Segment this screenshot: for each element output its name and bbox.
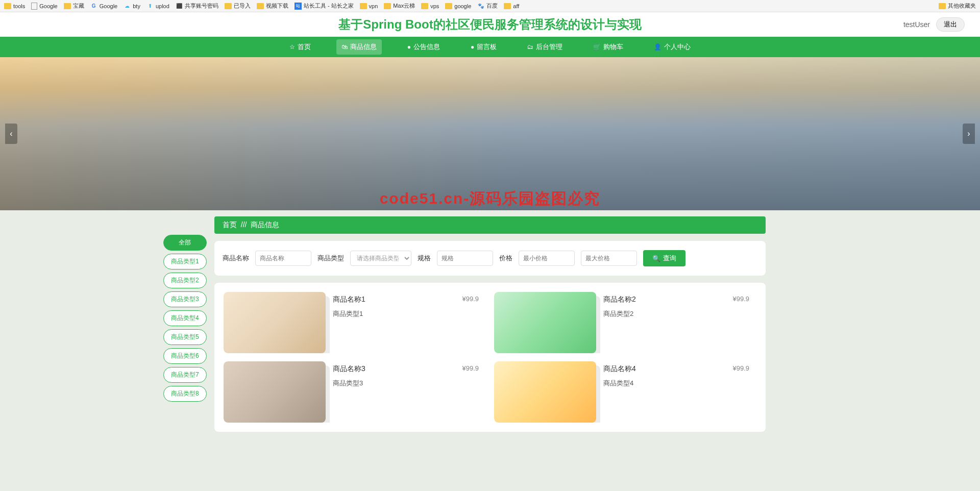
bookmark-item[interactable]: GGoogle bbox=[90, 3, 117, 10]
category-sidebar: 全部 商品类型1商品类型2商品类型3商品类型4商品类型5商品类型6商品类型7商品… bbox=[163, 235, 207, 402]
bookmark-item[interactable]: Max云梯 bbox=[384, 2, 415, 10]
breadcrumb: 首页 /// 商品信息 bbox=[214, 216, 766, 234]
category-item[interactable]: 商品类型1 bbox=[163, 254, 207, 269]
search-button[interactable]: 🔍 查询 bbox=[643, 250, 685, 266]
cloud-icon: ☁ bbox=[124, 3, 131, 10]
search-button-label: 查询 bbox=[663, 254, 676, 263]
bookmark-item[interactable]: vps bbox=[421, 3, 439, 9]
user-area: testUser 退出 bbox=[903, 17, 965, 32]
breadcrumb-current: 商品信息 bbox=[251, 220, 279, 229]
folder-icon bbox=[504, 3, 511, 9]
site-header: 基于Spring Boot的社区便民服务管理系统的设计与实现 testUser … bbox=[0, 12, 980, 37]
bookmark-label: 视频下载 bbox=[266, 2, 288, 10]
nav-item[interactable]: ●公告信息 bbox=[402, 39, 445, 55]
bookmark-item[interactable]: aff bbox=[504, 3, 519, 9]
product-name: 商品名称2 bbox=[603, 295, 751, 304]
filter-price-label: 价格 bbox=[499, 254, 512, 263]
nav-item[interactable]: 🛒购物车 bbox=[588, 39, 628, 55]
bookmark-item[interactable]: vpn bbox=[360, 3, 378, 9]
bookmark-item[interactable]: 视频下载 bbox=[257, 2, 288, 10]
bookmark-label: 其他收藏夹 bbox=[948, 2, 976, 10]
nav-label: 留言板 bbox=[477, 42, 497, 52]
nav-icon: ● bbox=[471, 43, 474, 51]
product-area: 商品名称1商品类型1¥99.9商品名称2商品类型2¥99.9商品名称3商品类型3… bbox=[214, 283, 766, 432]
filter-name-label: 商品名称 bbox=[223, 254, 249, 263]
nav-icon: ☆ bbox=[289, 43, 295, 51]
folder-icon bbox=[445, 3, 452, 9]
product-info: 商品名称1商品类型1¥99.9 bbox=[333, 292, 486, 353]
filter-spec-label: 规格 bbox=[418, 254, 431, 263]
product-name: 商品名称1 bbox=[333, 295, 481, 304]
product-card[interactable]: 商品名称2商品类型2¥99.9 bbox=[494, 292, 756, 353]
category-item[interactable]: 商品类型5 bbox=[163, 329, 207, 345]
product-type: 商品类型1 bbox=[333, 309, 481, 318]
content: 首页 /// 商品信息 全部 商品类型1商品类型2商品类型3商品类型4商品类型5… bbox=[214, 210, 766, 432]
filter-type-label: 商品类型 bbox=[317, 254, 344, 263]
carousel-next-button[interactable]: › bbox=[963, 124, 975, 144]
bookmark-label: 宝藏 bbox=[73, 2, 84, 10]
breadcrumb-home[interactable]: 首页 bbox=[223, 220, 237, 229]
product-image bbox=[494, 292, 596, 353]
product-card[interactable]: 商品名称4商品类型4¥99.9 bbox=[494, 361, 756, 423]
category-item[interactable]: 商品类型8 bbox=[163, 386, 207, 402]
category-item[interactable]: 商品类型3 bbox=[163, 291, 207, 307]
bookmark-item[interactable]: Google bbox=[31, 3, 57, 10]
filter-maxprice-input[interactable] bbox=[581, 251, 637, 266]
bookmark-label: Google bbox=[39, 3, 57, 9]
filter-name-input[interactable] bbox=[255, 251, 311, 266]
bookmark-label: 百度 bbox=[486, 2, 498, 10]
nav-label: 后台管理 bbox=[536, 42, 562, 52]
nav-item[interactable]: 🗂后台管理 bbox=[522, 39, 568, 55]
folder-icon bbox=[64, 3, 71, 9]
bookmark-item[interactable]: 🐾百度 bbox=[477, 2, 498, 10]
category-item[interactable]: 商品类型6 bbox=[163, 348, 207, 364]
carousel-prev-button[interactable]: ‹ bbox=[5, 124, 17, 144]
bookmark-item[interactable]: 站站长工具 - 站长之家 bbox=[295, 2, 354, 10]
share-icon: ⬛ bbox=[176, 3, 183, 10]
folder-icon bbox=[225, 3, 232, 9]
category-item[interactable]: 商品类型4 bbox=[163, 310, 207, 326]
product-card[interactable]: 商品名称1商品类型1¥99.9 bbox=[224, 292, 486, 353]
bookmark-item[interactable]: ⬆uplod bbox=[146, 3, 169, 10]
bookmark-label: vpn bbox=[369, 3, 378, 9]
product-grid: 商品名称1商品类型1¥99.9商品名称2商品类型2¥99.9商品名称3商品类型3… bbox=[224, 292, 756, 423]
bookmark-label: vps bbox=[430, 3, 439, 9]
nav-item[interactable]: ☆首页 bbox=[284, 39, 316, 55]
bookmark-label: Google bbox=[100, 3, 117, 9]
upload-icon: ⬆ bbox=[146, 3, 154, 10]
bookmark-label: 共享账号密码 bbox=[185, 2, 218, 10]
bookmark-item[interactable]: ☁bty bbox=[124, 3, 140, 10]
nav-item[interactable]: 🛍商品信息 bbox=[336, 39, 382, 55]
category-item[interactable]: 商品类型7 bbox=[163, 367, 207, 383]
nav-icon: ● bbox=[407, 43, 411, 51]
folder-icon bbox=[384, 3, 391, 9]
breadcrumb-sep: /// bbox=[241, 220, 247, 229]
baidu-icon: 🐾 bbox=[477, 3, 484, 10]
filter-spec-input[interactable] bbox=[437, 251, 493, 266]
bookmark-item[interactable]: 宝藏 bbox=[64, 2, 84, 10]
nav-icon: 👤 bbox=[654, 43, 662, 51]
product-info: 商品名称2商品类型2¥99.9 bbox=[603, 292, 756, 353]
bookmark-label: tools bbox=[13, 3, 25, 9]
nav-label: 公告信息 bbox=[413, 42, 440, 52]
category-item[interactable]: 商品类型2 bbox=[163, 273, 207, 288]
filter-minprice-input[interactable] bbox=[519, 251, 575, 266]
bookmark-item[interactable]: tools bbox=[4, 3, 25, 9]
filter-type-select[interactable]: 请选择商品类型 bbox=[350, 251, 411, 266]
bookmark-item[interactable]: 已导入 bbox=[225, 2, 251, 10]
product-card[interactable]: 商品名称3商品类型3¥99.9 bbox=[224, 361, 486, 423]
product-type: 商品类型4 bbox=[603, 379, 751, 388]
bookmark-item[interactable]: ⬛共享账号密码 bbox=[176, 2, 218, 10]
product-price: ¥99.9 bbox=[732, 364, 749, 372]
logout-button[interactable]: 退出 bbox=[936, 17, 965, 32]
nav-item[interactable]: 👤个人中心 bbox=[649, 39, 696, 55]
search-icon: 🔍 bbox=[652, 255, 660, 262]
bookmark-item[interactable]: google bbox=[445, 3, 471, 9]
bookmark-other[interactable]: 其他收藏夹 bbox=[939, 2, 976, 10]
nav-label: 个人中心 bbox=[664, 42, 691, 52]
bookmark-label: 站长工具 - 站长之家 bbox=[304, 2, 354, 10]
product-price: ¥99.9 bbox=[462, 295, 479, 303]
bookmark-label: 已导入 bbox=[234, 2, 251, 10]
nav-item[interactable]: ●留言板 bbox=[465, 39, 502, 55]
category-all[interactable]: 全部 bbox=[163, 235, 207, 251]
